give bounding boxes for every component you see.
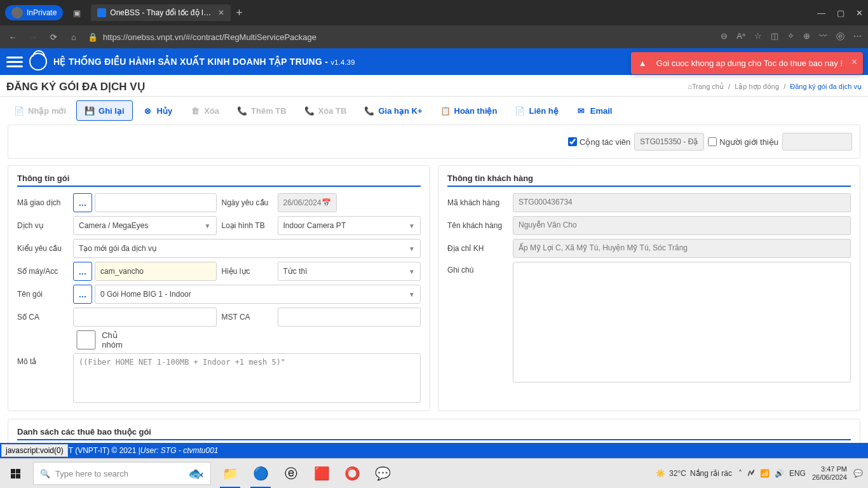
taskbar-zalo[interactable]: 💬 (367, 459, 398, 489)
referrer-checkbox[interactable] (708, 137, 717, 146)
collaborator-checkbox-label[interactable]: Cộng tác viên (568, 137, 630, 147)
so-ca-input[interactable] (73, 308, 217, 327)
contact-icon: 📄 (515, 105, 525, 116)
group-owner-checkbox[interactable] (73, 330, 99, 349)
tray-chevron-icon[interactable]: ˄ (738, 469, 742, 478)
minimize-icon[interactable]: — (817, 8, 825, 18)
maximize-icon[interactable]: ▢ (837, 8, 844, 18)
home-icon[interactable]: ⌂ (67, 30, 80, 43)
chevron-down-icon: ▼ (409, 222, 415, 229)
delete-tb-button: 📞Xóa TB (297, 100, 355, 121)
new-tab-button[interactable]: + (236, 6, 243, 20)
collections-icon[interactable]: ✧ (787, 31, 794, 43)
customer-code-field: STG000436734 (513, 193, 851, 212)
mst-ca-input[interactable] (278, 308, 421, 327)
start-button[interactable] (0, 459, 31, 489)
del-phone-icon: 📞 (304, 105, 315, 116)
url-bar[interactable]: 🔒 https://onebss.vnpt.vn/#/contract/RegM… (88, 32, 713, 42)
url-text: https://onebss.vnpt.vn/#/contract/RegMul… (103, 32, 316, 42)
renew-button[interactable]: 📞Gia hạn K+ (356, 100, 430, 121)
taskbar-clock[interactable]: 3:47 PM 26/06/2024 (812, 465, 847, 482)
request-date-input[interactable]: 26/06/2024 📅 (278, 193, 337, 212)
taskbar-weather[interactable]: ☀️ 32°C Nắng rải rác (656, 469, 732, 478)
back-icon[interactable]: ← (6, 30, 19, 43)
windows-icon (11, 469, 20, 478)
content-area: Cộng tác viên Người giới thiệu Thông tin… (0, 125, 868, 456)
label-description: Mô tả (17, 353, 68, 366)
menu-icon[interactable] (6, 53, 23, 70)
search-highlight-icon: 🐟 (188, 466, 204, 481)
tab-favicon (97, 8, 106, 17)
email-button[interactable]: ✉Email (569, 100, 620, 121)
notifications-icon[interactable]: 💬 (853, 469, 863, 478)
forward-icon: → (27, 30, 39, 43)
package-info-panel: Thông tin gói Mã giao dịch … Ngày yêu cầ… (8, 165, 430, 411)
save-button[interactable]: 💾Ghi lại (76, 100, 133, 121)
delete-button: 🗑Xóa (182, 100, 227, 121)
account-input[interactable] (95, 262, 217, 281)
performance-icon[interactable]: 〰 (819, 31, 827, 43)
taskbar-ie[interactable]: ⓔ (276, 459, 306, 489)
ie-mode-icon[interactable]: ⓔ (836, 31, 844, 43)
effective-select[interactable]: Tức thì▼ (278, 262, 421, 281)
complete-button[interactable]: 📋Hoàn thiện (433, 100, 505, 121)
volume-icon[interactable]: 🔊 (775, 469, 784, 478)
close-icon[interactable]: ✕ (218, 8, 224, 17)
label-request-type: Kiểu yêu cầu (17, 244, 68, 253)
breadcrumb-home[interactable]: Trang chủ (692, 83, 724, 90)
tab-overview-icon[interactable]: ▣ (69, 5, 85, 20)
service-select[interactable]: Camera / MegaEyes▼ (73, 216, 217, 235)
request-type-select[interactable]: Tạo mới gói đa dịch vụ▼ (73, 239, 421, 258)
referrer-input[interactable] (782, 133, 852, 151)
description-textarea[interactable]: ((Fiber HOME NET 1-100MB + Indoor +1 mes… (73, 353, 421, 403)
avatar-icon (11, 7, 23, 18)
complete-icon: 📋 (440, 105, 451, 116)
search-placeholder: Type here to search (55, 469, 128, 478)
browser-tab[interactable]: OneBSS - Thay đổi tốc độ Interne ✕ (91, 4, 231, 21)
more-icon[interactable]: ⋯ (853, 31, 862, 43)
label-mst-ca: MST CA (222, 313, 273, 322)
taskbar-explorer[interactable]: 📁 (215, 459, 245, 489)
taskbar-chrome[interactable]: ⭕ (337, 459, 367, 489)
label-customer-code: Mã khách hàng (447, 198, 508, 207)
inprivate-badge: InPrivate (5, 5, 63, 20)
breadcrumb-item[interactable]: Lập hợp đồng (735, 83, 779, 90)
group-owner-checkbox-label[interactable]: Chủ nhóm (73, 330, 123, 349)
add-page-icon[interactable]: ⊕ (803, 31, 810, 43)
label-customer-name: Tên khách hàng (447, 221, 508, 230)
refresh-icon[interactable]: ⟳ (47, 30, 60, 43)
taskbar-edge[interactable]: 🔵 (245, 459, 276, 489)
new-icon: 📄 (14, 105, 24, 116)
transaction-lookup-button[interactable]: … (73, 193, 92, 212)
cancel-button[interactable]: ⊗Hủy (135, 100, 180, 121)
transaction-code-input[interactable] (95, 193, 217, 212)
read-aloud-icon[interactable]: Aᵃ (736, 31, 745, 43)
wifi-icon[interactable]: 📶 (760, 469, 770, 478)
split-icon[interactable]: ◫ (771, 31, 778, 43)
page-content: ĐĂNG KÝ GÓI ĐA DỊCH VỤ ⌂Trang chủ / Lập … (0, 75, 868, 458)
status-link-tooltip: javascript:void(0) (1, 444, 68, 457)
customer-note-textarea[interactable] (513, 262, 851, 383)
contact-button[interactable]: 📄Liên hệ (507, 100, 566, 121)
battery-icon[interactable]: 🗲 (747, 469, 755, 478)
cancel-icon: ⊗ (143, 105, 153, 116)
package-lookup-button[interactable]: … (73, 285, 92, 304)
taskbar-ultraviewer[interactable]: 🟥 (306, 459, 337, 489)
zoom-icon[interactable]: ⊖ (721, 31, 728, 43)
referrer-checkbox-label[interactable]: Người giới thiệu (708, 137, 778, 147)
system-tray[interactable]: ˄ 🗲 📶 🔊 ENG (738, 469, 806, 478)
collaborator-input[interactable] (634, 133, 704, 151)
taskbar-search[interactable]: 🔍 Type here to search 🐟 (33, 462, 211, 485)
add-tb-button: 📞Thêm TB (229, 100, 294, 121)
toast-close-icon[interactable]: ✕ (851, 57, 858, 67)
account-lookup-button[interactable]: … (73, 262, 92, 281)
favorite-icon[interactable]: ☆ (754, 31, 762, 43)
collaborator-checkbox[interactable] (568, 137, 577, 146)
close-window-icon[interactable]: ✕ (856, 8, 863, 18)
tb-type-select[interactable]: Indoor Camera PT▼ (278, 216, 421, 235)
package-name-select[interactable]: 0 Gói Home BIG 1 - Indoor▼ (95, 285, 421, 304)
language-indicator[interactable]: ENG (789, 469, 806, 478)
delete-icon: 🗑 (190, 105, 200, 116)
breadcrumb: ⌂Trang chủ / Lập hợp đồng / Đăng ký gói … (688, 83, 862, 91)
label-service: Dịch vụ (17, 221, 68, 230)
